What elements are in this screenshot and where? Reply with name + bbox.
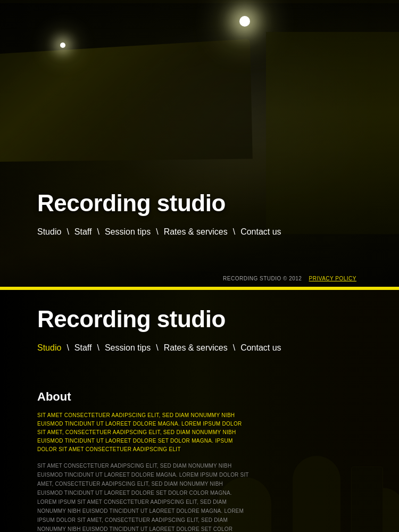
nav-sep-3: \ bbox=[156, 227, 158, 237]
speaker-box bbox=[351, 467, 383, 532]
nav-item-session-tips[interactable]: Session tips bbox=[105, 227, 151, 237]
nav-sep-1: \ bbox=[66, 227, 69, 237]
studio-art bbox=[0, 0, 399, 290]
about-section: About SIT AMET CONSECTETUER AADIPSCING E… bbox=[0, 390, 287, 532]
studio-nav-sep-3: \ bbox=[156, 343, 158, 353]
nav-item-studio[interactable]: Studio bbox=[37, 227, 61, 237]
hero-title: Recording studio bbox=[37, 190, 362, 217]
about-body-text: SIT AMET CONSECTETUER AADIPSCING ELIT, S… bbox=[37, 461, 250, 532]
hero-footer-text: RECORDING STUDIO © 2012 PRIVACY POLICY bbox=[223, 276, 356, 281]
light-spot-main bbox=[239, 16, 250, 27]
studio-nav-item-staff[interactable]: Staff bbox=[74, 343, 92, 353]
musician-2 bbox=[293, 456, 340, 532]
hero-section: Recording studio Studio \ Staff \ Sessio… bbox=[0, 0, 399, 290]
studio-nav-item-studio[interactable]: Studio bbox=[37, 343, 61, 353]
light-spot-secondary bbox=[60, 43, 65, 48]
about-heading: About bbox=[37, 390, 250, 404]
nav-sep-4: \ bbox=[233, 227, 235, 237]
studio-section: Recording studio Studio \ Staff \ Sessio… bbox=[0, 290, 399, 532]
studio-nav-sep-1: \ bbox=[66, 343, 69, 353]
privacy-policy-link[interactable]: PRIVACY POLICY bbox=[309, 276, 356, 281]
hero-content: Recording studio Studio \ Staff \ Sessio… bbox=[0, 190, 399, 237]
studio-nav-item-contact[interactable]: Contact us bbox=[240, 343, 281, 353]
studio-nav-item-rates[interactable]: Rates & services bbox=[164, 343, 228, 353]
nav-item-contact[interactable]: Contact us bbox=[240, 227, 281, 237]
studio-nav-sep-2: \ bbox=[97, 343, 99, 353]
studio-section-content: Recording studio Studio \ Staff \ Sessio… bbox=[0, 290, 399, 390]
studio-nav-sep-4: \ bbox=[233, 343, 235, 353]
nav-item-rates[interactable]: Rates & services bbox=[164, 227, 228, 237]
nav-item-staff[interactable]: Staff bbox=[74, 227, 92, 237]
about-highlighted-text: SIT AMET CONSECTETUER AADIPSCING ELIT, S… bbox=[37, 411, 250, 454]
hero-nav: Studio \ Staff \ Session tips \ Rates & … bbox=[37, 227, 362, 237]
studio-title: Recording studio bbox=[37, 306, 362, 332]
studio-nav: Studio \ Staff \ Session tips \ Rates & … bbox=[37, 343, 362, 353]
studio-nav-item-session-tips[interactable]: Session tips bbox=[105, 343, 151, 353]
copyright-text: RECORDING STUDIO © 2012 bbox=[223, 276, 302, 281]
nav-sep-2: \ bbox=[97, 227, 99, 237]
